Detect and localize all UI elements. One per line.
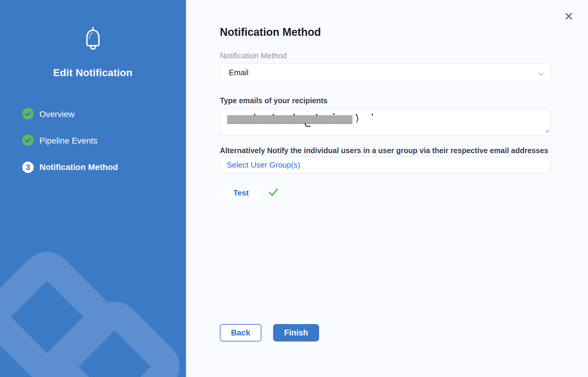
test-success-check-icon	[268, 188, 279, 198]
step-label: Notification Method	[39, 162, 118, 172]
back-button[interactable]: Back	[220, 324, 261, 341]
notification-method-label: Notification Method	[220, 51, 588, 61]
harness-logo-watermark	[0, 242, 122, 377]
notification-method-panel: Notification Method Notification Method …	[186, 0, 588, 377]
step-overview[interactable]: Overview	[22, 109, 186, 120]
select-user-groups-button[interactable]: Select User Group(s)	[220, 156, 551, 173]
bell-icon	[83, 26, 103, 51]
step-label: Pipeline Events	[39, 136, 97, 146]
wizard-sidebar: Edit Notification Overview	[0, 0, 186, 377]
notification-method-select[interactable]: Email	[220, 63, 551, 82]
step-notification-method[interactable]: 3 Notification Method	[22, 162, 186, 173]
step-label: Overview	[39, 110, 75, 119]
wizard-steps: Overview Pipeline Events 3 Notification …	[0, 109, 186, 173]
wizard-title: Edit Notification	[0, 67, 186, 79]
chevron-down-icon	[538, 72, 544, 77]
notification-method-value: Email	[229, 68, 248, 77]
close-icon	[564, 12, 573, 22]
step-completed-check-icon	[22, 108, 34, 121]
close-button[interactable]	[564, 11, 574, 22]
step-number-badge: 3	[22, 162, 34, 173]
recipients-label: Type emails of your recipients	[220, 96, 588, 105]
finish-button[interactable]: Finish	[273, 324, 319, 341]
harness-logo-watermark	[39, 291, 186, 377]
recipients-field-wrap: )	[220, 109, 551, 136]
step-pipeline-events[interactable]: Pipeline Events	[22, 135, 186, 147]
user-group-hint: Alternatively Notify the individual user…	[220, 146, 588, 155]
wizard-footer: Back Finish	[220, 324, 319, 341]
recipients-textarea[interactable]	[220, 109, 551, 136]
step-completed-check-icon	[22, 134, 34, 147]
test-button[interactable]: Test	[220, 184, 262, 202]
test-row: Test	[220, 184, 588, 202]
page-title: Notification Method	[220, 25, 588, 39]
select-user-groups-label: Select User Group(s)	[227, 160, 300, 170]
